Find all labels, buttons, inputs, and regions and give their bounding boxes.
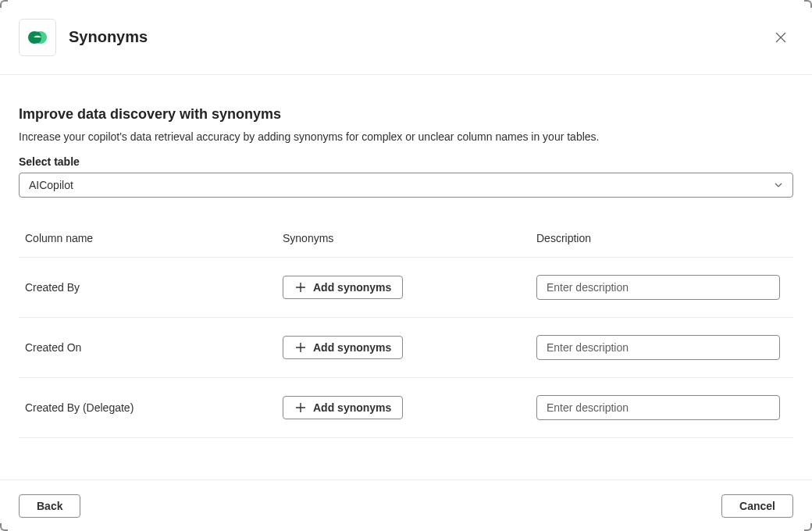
- col-header-name: Column name: [25, 232, 283, 244]
- dialog-footer: Back Cancel: [0, 479, 812, 531]
- close-button[interactable]: [768, 25, 793, 50]
- table-select-value: AICopilot: [29, 179, 774, 191]
- dataverse-icon: [27, 27, 48, 48]
- table-row: Created By Add synonyms: [19, 258, 793, 318]
- add-synonyms-button[interactable]: Add synonyms: [283, 276, 403, 299]
- section-title: Improve data discovery with synonyms: [19, 106, 793, 123]
- table-row: Created By (Delegate) Add synonyms: [19, 378, 793, 438]
- add-synonyms-button[interactable]: Add synonyms: [283, 336, 403, 359]
- add-synonyms-label: Add synonyms: [313, 401, 391, 414]
- description-input[interactable]: [536, 395, 780, 420]
- col-header-description: Description: [536, 232, 787, 244]
- add-synonyms-button[interactable]: Add synonyms: [283, 396, 403, 419]
- table-row: Created On Add synonyms: [19, 318, 793, 378]
- back-button[interactable]: Back: [19, 494, 80, 518]
- col-header-synonyms: Synonyms: [283, 232, 536, 244]
- close-icon: [775, 31, 787, 44]
- plus-icon: [294, 281, 307, 294]
- app-icon: [19, 19, 56, 56]
- column-name-cell: Created By: [25, 281, 283, 294]
- add-synonyms-label: Add synonyms: [313, 341, 391, 354]
- add-synonyms-label: Add synonyms: [313, 281, 391, 294]
- description-input[interactable]: [536, 335, 780, 360]
- column-name-cell: Created On: [25, 341, 283, 354]
- column-name-cell: Created By (Delegate): [25, 401, 283, 414]
- grid-header: Column name Synonyms Description: [19, 219, 793, 258]
- dialog-content: Improve data discovery with synonyms Inc…: [0, 75, 812, 479]
- cancel-button[interactable]: Cancel: [721, 494, 793, 518]
- plus-icon: [294, 341, 307, 354]
- section-description: Increase your copilot's data retrieval a…: [19, 130, 793, 143]
- description-input[interactable]: [536, 275, 780, 300]
- dialog-title: Synonyms: [69, 28, 148, 46]
- plus-icon: [294, 401, 307, 414]
- header-left: Synonyms: [19, 19, 148, 56]
- select-table-label: Select table: [19, 155, 793, 168]
- chevron-down-icon: [774, 180, 783, 190]
- table-select[interactable]: AICopilot: [19, 173, 793, 198]
- dialog-header: Synonyms: [0, 0, 812, 75]
